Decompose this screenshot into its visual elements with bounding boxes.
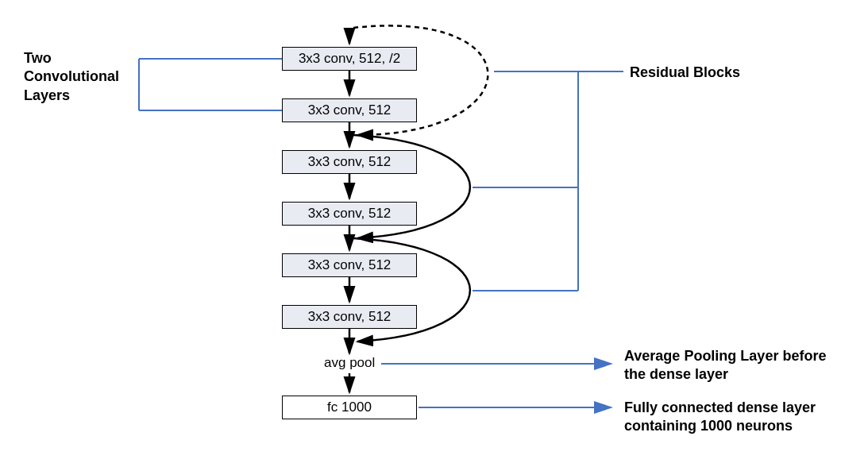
fc-box: fc 1000 bbox=[282, 396, 417, 419]
conv-box-2: 3x3 conv, 512 bbox=[282, 98, 417, 122]
fc-label: Fully connected dense layer containing 1… bbox=[624, 399, 816, 436]
left-label: Two Convolutional Layers bbox=[24, 49, 119, 105]
fc-box-label: fc 1000 bbox=[327, 399, 372, 415]
conv-box-1: 3x3 conv, 512, /2 bbox=[282, 47, 417, 71]
conv-box-5-label: 3x3 conv, 512 bbox=[308, 257, 392, 273]
conv-box-2-label: 3x3 conv, 512 bbox=[308, 102, 392, 118]
conv-box-3-label: 3x3 conv, 512 bbox=[308, 154, 392, 170]
conv-box-4: 3x3 conv, 512 bbox=[282, 202, 417, 226]
avgpool-label: Average Pooling Layer before the dense l… bbox=[624, 347, 826, 384]
conv-box-4-label: 3x3 conv, 512 bbox=[308, 206, 392, 222]
conv-box-1-label: 3x3 conv, 512, /2 bbox=[299, 51, 400, 67]
conv-box-6-label: 3x3 conv, 512 bbox=[308, 309, 392, 325]
conv-box-6: 3x3 conv, 512 bbox=[282, 305, 417, 329]
conv-box-3: 3x3 conv, 512 bbox=[282, 150, 417, 174]
residual-blocks-label: Residual Blocks bbox=[630, 64, 740, 82]
avgpool-text: avg pool bbox=[324, 355, 375, 371]
conv-box-5: 3x3 conv, 512 bbox=[282, 253, 417, 277]
